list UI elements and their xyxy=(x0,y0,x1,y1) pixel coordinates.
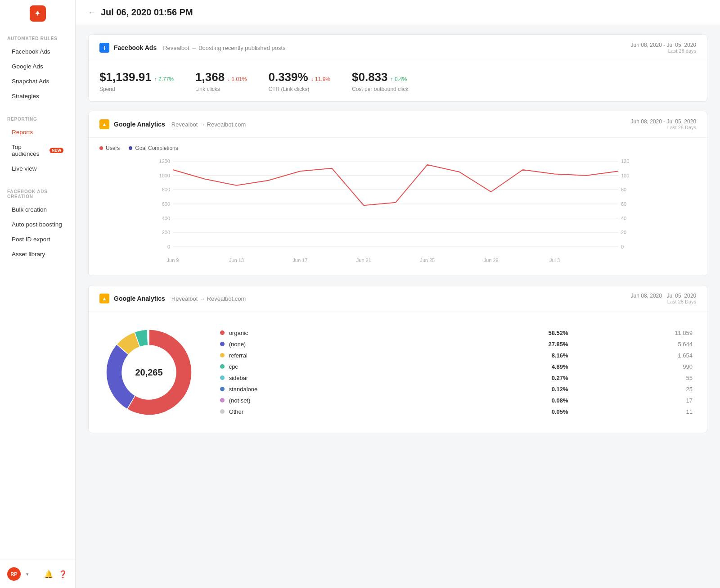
segment-color-dot xyxy=(220,409,225,414)
segment-count: 5,644 xyxy=(572,339,696,350)
segment-label-cell: standalone xyxy=(216,384,438,395)
sidebar: ✦ Automated RulesFacebook AdsGoogle AdsS… xyxy=(0,0,76,588)
segment-percent: 0.05% xyxy=(438,406,572,417)
sidebar-item-label: Post ID export xyxy=(12,236,50,243)
users-legend-dot xyxy=(99,146,103,150)
segment-count: 55 xyxy=(572,372,696,384)
svg-text:400: 400 xyxy=(162,216,170,221)
facebook-metrics-row: $1,139.91↑ 2.77%Spend1,368↓ 1.01%Link cl… xyxy=(89,61,707,101)
segment-color-dot xyxy=(220,398,225,403)
metric-change: ↑ 2.77% xyxy=(154,76,174,82)
facebook-platform-icon: f xyxy=(99,43,109,53)
segment-label-cell: organic xyxy=(216,327,438,339)
notifications-icon[interactable]: 🔔 xyxy=(44,569,54,579)
segment-label: Other xyxy=(229,408,244,415)
donut-table-row: sidebar 0.27% 55 xyxy=(216,372,696,384)
sidebar-item-label: Bulk creation xyxy=(12,206,47,213)
metric-item: 0.339%↓ 11.9%CTR (Link clicks) xyxy=(268,70,330,92)
donut-table-row: referral 8.16% 1,654 xyxy=(216,350,696,361)
sidebar-item-asset-library[interactable]: Asset library xyxy=(7,247,68,261)
facebook-date-range: Jun 08, 2020 - Jul 05, 2020 xyxy=(631,42,696,48)
svg-text:Jun 17: Jun 17 xyxy=(292,258,307,263)
segment-count: 990 xyxy=(572,361,696,372)
sidebar-section-automated-rules: Automated RulesFacebook AdsGoogle AdsSna… xyxy=(0,27,75,108)
sidebar-item-top-audiences[interactable]: Top audiencesnew xyxy=(7,140,68,161)
ga-donut-period: Last 28 Days xyxy=(631,299,696,304)
sidebar-item-post-id-export[interactable]: Post ID export xyxy=(7,232,68,246)
segment-percent: 0.08% xyxy=(438,395,572,406)
svg-text:Jun 29: Jun 29 xyxy=(484,258,499,263)
sidebar-item-live-view[interactable]: Live view xyxy=(7,162,68,176)
metric-number: $0.833 xyxy=(352,70,388,84)
svg-text:Jul 3: Jul 3 xyxy=(549,258,560,263)
goals-legend-label: Goal Completions xyxy=(135,145,178,151)
svg-text:80: 80 xyxy=(621,187,626,192)
sidebar-item-label: Google Ads xyxy=(12,63,43,70)
ga-donut-date-range: Jun 08, 2020 - Jul 05, 2020 xyxy=(631,293,696,299)
metric-label: Spend xyxy=(99,86,174,92)
donut-table-row: Other 0.05% 11 xyxy=(216,406,696,417)
avatar[interactable]: RP xyxy=(7,567,21,581)
sidebar-section-label: Automated Rules xyxy=(7,36,68,41)
svg-text:100: 100 xyxy=(621,173,629,178)
donut-table: organic 58.52% 11,859 (none) 27.85% 5,64… xyxy=(216,327,696,417)
segment-percent: 8.16% xyxy=(438,350,572,361)
line-chart-svg: 020040060080010001200020406080100120Jun … xyxy=(99,157,696,265)
svg-text:600: 600 xyxy=(162,201,170,207)
sidebar-item-facebook-ads[interactable]: Facebook Ads xyxy=(7,45,68,59)
segment-count: 1,654 xyxy=(572,350,696,361)
svg-text:1000: 1000 xyxy=(159,173,170,178)
segment-color-dot xyxy=(220,353,225,357)
metric-number: 1,368 xyxy=(195,70,225,84)
ga-donut-card-header: ▲ Google Analytics Revealbot → Revealbot… xyxy=(89,285,707,312)
sidebar-item-auto-post-boosting[interactable]: Auto post boosting xyxy=(7,217,68,231)
users-legend-label: Users xyxy=(106,145,120,151)
donut-table-row: (not set) 0.08% 17 xyxy=(216,395,696,406)
segment-color-dot xyxy=(220,387,225,391)
app-logo-icon: ✦ xyxy=(30,5,46,22)
sidebar-item-google-ads[interactable]: Google Ads xyxy=(7,59,68,73)
goals-legend-dot xyxy=(129,146,132,150)
sidebar-footer: RP ▾ 🔔 ❓ xyxy=(0,560,75,588)
sidebar-item-reports[interactable]: Reports xyxy=(7,125,68,139)
legend-goals: Goal Completions xyxy=(129,145,178,151)
sidebar-item-strategies[interactable]: Strategies xyxy=(7,89,68,103)
page-title: Jul 06, 2020 01:56 PM xyxy=(101,7,193,18)
sidebar-item-label: Strategies xyxy=(12,93,39,100)
ga-line-card-header: ▲ Google Analytics Revealbot → Revealbot… xyxy=(89,111,707,138)
metric-number: 0.339% xyxy=(268,70,308,84)
segment-percent: 58.52% xyxy=(438,327,572,339)
facebook-card-title: Facebook Ads xyxy=(114,44,157,51)
metric-value: 1,368↓ 1.01% xyxy=(195,70,247,84)
segment-label: organic xyxy=(229,330,248,336)
svg-text:60: 60 xyxy=(621,201,626,207)
segment-label: standalone xyxy=(229,386,258,393)
ga-line-period: Last 28 Days xyxy=(631,125,696,130)
main-content: ← Jul 06, 2020 01:56 PM f Facebook Ads R… xyxy=(76,0,720,588)
help-icon[interactable]: ❓ xyxy=(58,569,68,579)
segment-label: (not set) xyxy=(229,397,251,404)
sidebar-item-snapchat-ads[interactable]: Snapchat Ads xyxy=(7,74,68,88)
google-analytics-line-card: ▲ Google Analytics Revealbot → Revealbot… xyxy=(88,111,707,276)
sidebar-item-label: Top audiences xyxy=(12,144,46,157)
svg-text:120: 120 xyxy=(621,158,629,164)
donut-table-row: cpc 4.89% 990 xyxy=(216,361,696,372)
back-button[interactable]: ← xyxy=(88,9,95,17)
ga-donut-platform-icon: ▲ xyxy=(99,294,109,303)
sidebar-item-bulk-creation[interactable]: Bulk creation xyxy=(7,203,68,217)
metric-item: $0.833↑ 0.4%Cost per outbound click xyxy=(352,70,408,92)
svg-text:0: 0 xyxy=(167,244,170,249)
segment-label: (none) xyxy=(229,341,246,348)
segment-percent: 4.89% xyxy=(438,361,572,372)
segment-color-dot xyxy=(220,342,225,346)
donut-table-row: standalone 0.12% 25 xyxy=(216,384,696,395)
chart-legend: Users Goal Completions xyxy=(99,145,696,151)
segment-label-cell: (none) xyxy=(216,339,438,350)
ga-line-card-date: Jun 08, 2020 - Jul 05, 2020 Last 28 Days xyxy=(631,118,696,130)
segment-color-dot xyxy=(220,375,225,380)
svg-text:Jun 13: Jun 13 xyxy=(229,258,244,263)
segment-label: cpc xyxy=(229,363,238,370)
sidebar-item-label: Auto post boosting xyxy=(12,221,62,228)
avatar-chevron[interactable]: ▾ xyxy=(26,571,29,577)
legend-users: Users xyxy=(99,145,120,151)
